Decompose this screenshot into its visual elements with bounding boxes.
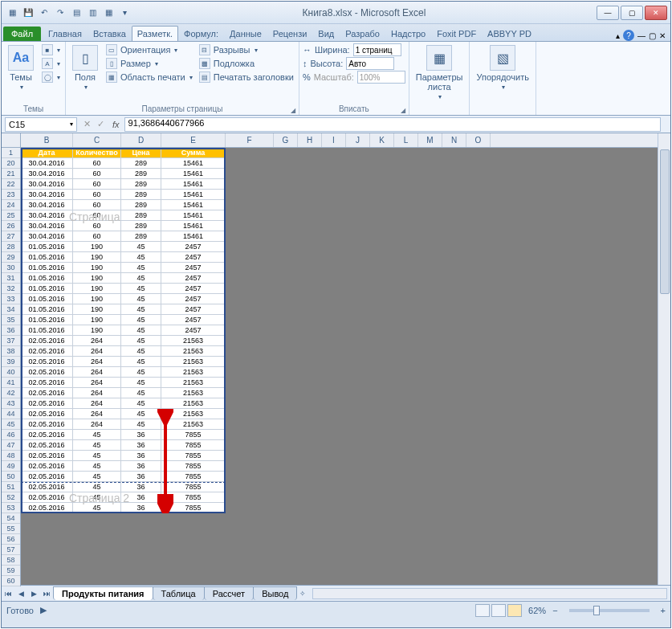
cell[interactable]: 45 bbox=[73, 430, 121, 440]
cell[interactable]: 45 bbox=[73, 503, 121, 513]
cell[interactable]: 60 bbox=[73, 210, 121, 221]
cell[interactable]: 45 bbox=[73, 451, 121, 461]
column-header[interactable]: C bbox=[73, 133, 121, 147]
row-header[interactable]: 33 bbox=[2, 294, 20, 304]
cell[interactable]: 36 bbox=[121, 440, 161, 451]
cell[interactable]: 01.05.2016 bbox=[21, 263, 73, 273]
row-header[interactable]: 48 bbox=[2, 451, 20, 461]
zoom-slider[interactable] bbox=[569, 609, 650, 612]
row-header[interactable]: 45 bbox=[2, 419, 20, 430]
row-header[interactable]: 23 bbox=[2, 190, 20, 200]
cell[interactable]: 7855 bbox=[161, 472, 226, 482]
cell[interactable]: 190 bbox=[73, 263, 121, 273]
qat-btn[interactable]: ▥ bbox=[85, 6, 100, 20]
cell[interactable]: 45 bbox=[121, 273, 161, 284]
row-header[interactable]: 52 bbox=[2, 492, 20, 503]
ribbon-tab[interactable]: ABBYY PD bbox=[482, 26, 537, 41]
cell[interactable]: 45 bbox=[73, 492, 121, 503]
cell[interactable]: 190 bbox=[73, 273, 121, 284]
cell[interactable]: 30.04.2016 bbox=[21, 158, 73, 169]
cell[interactable]: 60 bbox=[73, 190, 121, 200]
cell[interactable]: 15461 bbox=[161, 210, 226, 221]
cell[interactable]: 2457 bbox=[161, 242, 226, 252]
cell[interactable]: 2457 bbox=[161, 273, 226, 284]
row-header[interactable]: 57 bbox=[2, 545, 20, 555]
sheet-tab[interactable]: Вывод bbox=[253, 586, 297, 600]
row-header[interactable]: 22 bbox=[2, 179, 20, 190]
qat-btn[interactable]: ▤ bbox=[69, 6, 83, 20]
row-header[interactable]: 59 bbox=[2, 566, 20, 576]
cell[interactable]: 7855 bbox=[161, 451, 226, 461]
cell[interactable]: 264 bbox=[73, 336, 121, 346]
row-header[interactable]: 56 bbox=[2, 534, 20, 545]
column-header[interactable]: J bbox=[346, 133, 370, 147]
cell[interactable]: 45 bbox=[121, 325, 161, 336]
cell[interactable]: 21563 bbox=[161, 419, 226, 430]
ribbon-tab[interactable]: Вставка bbox=[88, 26, 132, 41]
cell[interactable]: 264 bbox=[73, 357, 121, 367]
arrange-button[interactable]: ▧ Упорядочить▾ bbox=[473, 43, 531, 92]
cancel-icon[interactable]: ✕ bbox=[80, 119, 94, 129]
prev-sheet-icon[interactable]: ◀ bbox=[14, 590, 27, 598]
cell[interactable]: 60 bbox=[73, 231, 121, 242]
cell[interactable]: 02.05.2016 bbox=[21, 440, 73, 451]
cell[interactable]: 45 bbox=[121, 346, 161, 357]
file-tab[interactable]: Файл bbox=[3, 27, 41, 41]
table-header-cell[interactable]: Количество bbox=[73, 148, 121, 158]
cell[interactable]: 01.05.2016 bbox=[21, 304, 73, 315]
page-break-view-button[interactable] bbox=[507, 604, 522, 617]
row-header[interactable]: 1 bbox=[2, 148, 20, 158]
cell[interactable]: 01.05.2016 bbox=[21, 252, 73, 263]
cell[interactable]: 60 bbox=[73, 169, 121, 179]
cell[interactable]: 02.05.2016 bbox=[21, 388, 73, 398]
vertical-scrollbar[interactable] bbox=[658, 133, 670, 585]
new-sheet-icon[interactable]: ✧ bbox=[296, 590, 309, 598]
cell[interactable]: 02.05.2016 bbox=[21, 482, 73, 492]
cell[interactable]: 45 bbox=[121, 284, 161, 294]
last-sheet-icon[interactable]: ⏭ bbox=[40, 590, 53, 598]
first-sheet-icon[interactable]: ⏮ bbox=[2, 590, 14, 598]
cell[interactable]: 02.05.2016 bbox=[21, 367, 73, 378]
next-sheet-icon[interactable]: ▶ bbox=[27, 590, 40, 598]
cell[interactable]: 30.04.2016 bbox=[21, 231, 73, 242]
doc-restore-icon[interactable]: ▢ bbox=[649, 31, 656, 40]
cell[interactable]: 02.05.2016 bbox=[21, 451, 73, 461]
cell[interactable]: 02.05.2016 bbox=[21, 409, 73, 419]
cell[interactable]: 45 bbox=[73, 461, 121, 472]
cell[interactable]: 30.04.2016 bbox=[21, 210, 73, 221]
cell[interactable]: 30.04.2016 bbox=[21, 179, 73, 190]
help-icon[interactable]: ? bbox=[623, 30, 634, 41]
cell[interactable]: 60 bbox=[73, 179, 121, 190]
cell[interactable]: 264 bbox=[73, 346, 121, 357]
cell[interactable]: 45 bbox=[121, 398, 161, 409]
row-header[interactable]: 43 bbox=[2, 398, 20, 409]
column-header[interactable]: O bbox=[466, 133, 491, 147]
qat-more-icon[interactable]: ▾ bbox=[117, 6, 132, 20]
cell[interactable]: 190 bbox=[73, 252, 121, 263]
cell[interactable]: 36 bbox=[121, 430, 161, 440]
row-header[interactable]: 24 bbox=[2, 200, 20, 210]
cell[interactable]: 190 bbox=[73, 304, 121, 315]
cell[interactable]: 264 bbox=[73, 398, 121, 409]
ribbon-tab[interactable]: Разрабо bbox=[340, 26, 385, 41]
cell[interactable]: 02.05.2016 bbox=[21, 378, 73, 388]
cell[interactable]: 02.05.2016 bbox=[21, 346, 73, 357]
row-header[interactable]: 28 bbox=[2, 242, 20, 252]
row-header[interactable]: 20 bbox=[2, 158, 20, 169]
cell[interactable]: 01.05.2016 bbox=[21, 284, 73, 294]
row-header[interactable]: 35 bbox=[2, 315, 20, 325]
cell[interactable]: 01.05.2016 bbox=[21, 273, 73, 284]
cell[interactable]: 45 bbox=[121, 367, 161, 378]
column-header[interactable]: L bbox=[394, 133, 418, 147]
cell[interactable]: 2457 bbox=[161, 263, 226, 273]
cell[interactable]: 02.05.2016 bbox=[21, 398, 73, 409]
row-header[interactable]: 53 bbox=[2, 503, 20, 513]
qat-btn[interactable]: ▦ bbox=[101, 6, 116, 20]
normal-view-button[interactable] bbox=[475, 604, 490, 617]
doc-min-icon[interactable]: — bbox=[637, 31, 646, 40]
breaks-button[interactable]: ⊟Разрывы▾ bbox=[198, 43, 295, 56]
cell[interactable]: 45 bbox=[73, 472, 121, 482]
row-header[interactable]: 37 bbox=[2, 336, 20, 346]
cell[interactable]: 2457 bbox=[161, 284, 226, 294]
ribbon-min-icon[interactable]: ▴ bbox=[616, 31, 620, 40]
